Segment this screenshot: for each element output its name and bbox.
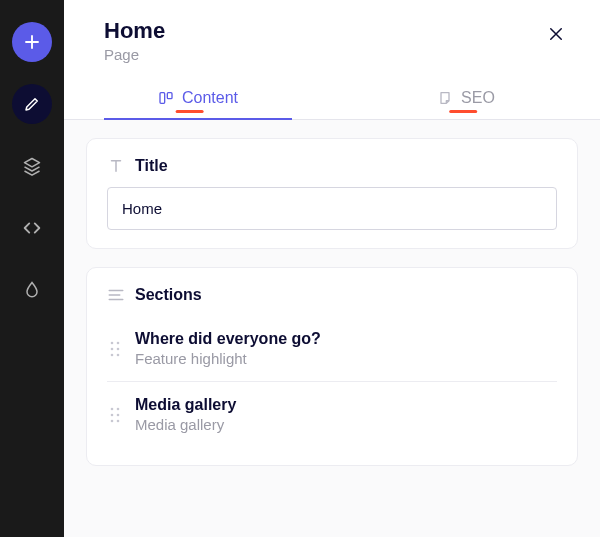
sections-card: Sections Where did everyone go? Feature …: [86, 267, 578, 466]
section-item[interactable]: Where did everyone go? Feature highlight: [107, 316, 557, 382]
page-title: Home: [104, 18, 540, 44]
close-icon: [547, 25, 565, 43]
panel-body: Title Sections Where did everyone go? Fe…: [64, 120, 600, 537]
section-title: Where did everyone go?: [135, 330, 321, 348]
code-button[interactable]: [12, 208, 52, 248]
svg-point-10: [111, 413, 114, 416]
pencil-icon: [23, 95, 41, 113]
svg-point-2: [111, 341, 114, 344]
content-icon: [158, 90, 174, 106]
svg-point-6: [111, 353, 114, 356]
svg-point-7: [117, 353, 120, 356]
page-type: Page: [104, 46, 540, 63]
tab-indicator: [176, 110, 204, 113]
sections-field-label: Sections: [135, 286, 202, 304]
drag-handle-icon[interactable]: [109, 340, 121, 358]
svg-point-3: [117, 341, 120, 344]
title-field-label: Title: [135, 157, 168, 175]
section-title: Media gallery: [135, 396, 236, 414]
main-panel: Home Page Content SEO Title: [64, 0, 600, 537]
panel-header: Home Page: [64, 0, 600, 69]
svg-point-4: [111, 347, 114, 350]
title-field-card: Title: [86, 138, 578, 249]
svg-rect-1: [167, 93, 172, 99]
title-input[interactable]: [107, 187, 557, 230]
tab-seo[interactable]: SEO: [332, 77, 600, 119]
section-subtitle: Feature highlight: [135, 350, 321, 367]
close-button[interactable]: [540, 18, 572, 50]
drop-button[interactable]: [12, 270, 52, 310]
plus-icon: [23, 33, 41, 51]
tabs: Content SEO: [64, 77, 600, 120]
tab-indicator: [449, 110, 477, 113]
section-item[interactable]: Media gallery Media gallery: [107, 382, 557, 447]
svg-point-11: [117, 413, 120, 416]
text-icon: [107, 157, 125, 175]
code-icon: [21, 217, 43, 239]
tab-content[interactable]: Content: [64, 77, 332, 119]
add-button[interactable]: [12, 22, 52, 62]
drag-handle-icon[interactable]: [109, 406, 121, 424]
svg-point-8: [111, 407, 114, 410]
svg-point-12: [111, 419, 114, 422]
edit-button[interactable]: [12, 84, 52, 124]
app-sidebar: [0, 0, 64, 537]
svg-point-5: [117, 347, 120, 350]
layers-icon: [22, 156, 42, 176]
note-icon: [437, 90, 453, 106]
tab-seo-label: SEO: [461, 89, 495, 107]
svg-point-13: [117, 419, 120, 422]
svg-point-9: [117, 407, 120, 410]
tab-content-label: Content: [182, 89, 238, 107]
drop-icon: [22, 280, 42, 300]
list-icon: [107, 288, 125, 302]
svg-rect-0: [160, 93, 165, 104]
layers-button[interactable]: [12, 146, 52, 186]
section-subtitle: Media gallery: [135, 416, 236, 433]
